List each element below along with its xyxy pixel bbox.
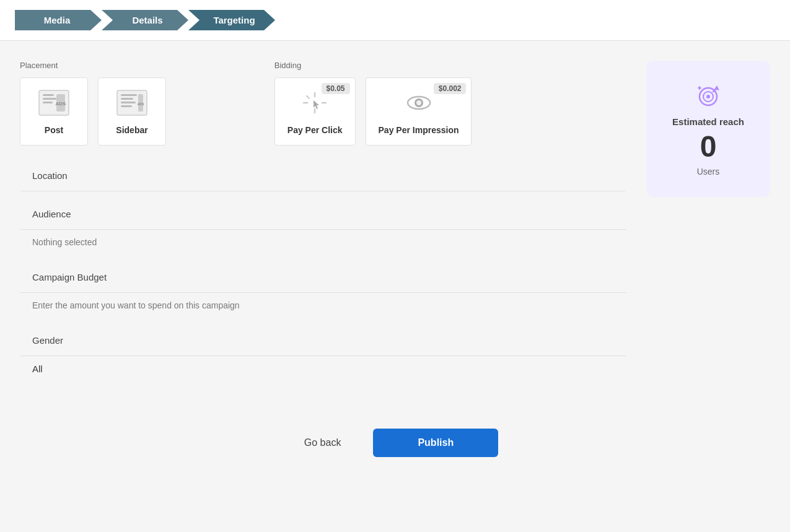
svg-point-21 [416,100,421,105]
location-header[interactable]: Location [20,160,626,191]
bidding-cards: $0.05 [274,77,626,146]
svg-rect-9 [121,102,136,103]
reach-number: 0 [700,132,717,162]
ppi-icon [402,88,436,118]
bottom-actions: Go back Publish [0,404,790,477]
audience-section: Audience Nothing selected [20,199,626,255]
svg-rect-7 [121,94,137,96]
location-section: Location [20,160,626,191]
reach-target-icon [695,82,722,109]
main-content: Placement ADS [0,41,790,389]
step-details[interactable]: Details [102,10,188,30]
campaign-budget-placeholder: Enter the amount you want to spend on th… [20,293,626,318]
stepper: Media Details Targeting [0,0,790,40]
svg-text:ADS: ADS [56,101,67,107]
sidebar-label: Sidebar [116,125,147,135]
svg-text:ADS: ADS [138,102,144,106]
svg-rect-3 [43,102,53,103]
svg-rect-1 [43,94,54,96]
go-back-button[interactable]: Go back [292,430,354,456]
right-panel: Estimated reach 0 Users [646,61,770,389]
gender-value[interactable]: All [20,356,626,382]
gender-header: Gender [20,325,626,356]
gender-section: Gender All [20,325,626,382]
svg-rect-2 [43,98,56,100]
reach-card: Estimated reach 0 Users [646,61,770,197]
reach-title: Estimated reach [672,116,744,127]
reach-unit: Users [697,167,720,177]
ppc-label: Pay Per Click [287,125,343,135]
ppi-price-badge: $0.002 [434,83,467,94]
ppc-price-badge: $0.05 [322,83,350,94]
bidding-card-ppc[interactable]: $0.05 [274,77,356,146]
placement-card-sidebar[interactable]: ADS Sidebar [98,77,166,146]
left-panel: Placement ADS [20,61,626,389]
svg-point-24 [706,95,710,98]
publish-button[interactable]: Publish [373,429,498,457]
svg-rect-10 [121,105,132,107]
step-targeting-btn[interactable]: Targeting [188,10,275,30]
placement-label: Placement [20,61,255,70]
bidding-section: Bidding $0.05 [274,61,626,146]
step-media-btn[interactable]: Media [15,10,102,30]
step-targeting[interactable]: Targeting [188,10,275,30]
placement-card-post[interactable]: ADS Post [20,77,88,146]
audience-header: Audience [20,199,626,230]
step-media[interactable]: Media [15,10,102,30]
sidebar-icon: ADS [113,88,151,118]
post-icon: ADS [35,88,72,118]
placement-section: Placement ADS [20,61,255,146]
svg-line-17 [307,96,309,98]
placement-bidding-row: Placement ADS [20,61,626,146]
post-label: Post [45,125,63,135]
svg-rect-8 [121,98,133,100]
audience-value[interactable]: Nothing selected [20,230,626,255]
placement-cards: ADS Post [20,77,255,146]
campaign-budget-section: Campaign Budget Enter the amount you wan… [20,262,626,318]
step-details-btn[interactable]: Details [102,10,188,30]
bidding-label: Bidding [274,61,626,70]
svg-marker-18 [314,100,319,109]
ppi-label: Pay Per Impression [379,125,459,135]
campaign-budget-header[interactable]: Campaign Budget [20,262,626,293]
bidding-card-ppi[interactable]: $0.002 Pay Per Impression [366,77,472,146]
